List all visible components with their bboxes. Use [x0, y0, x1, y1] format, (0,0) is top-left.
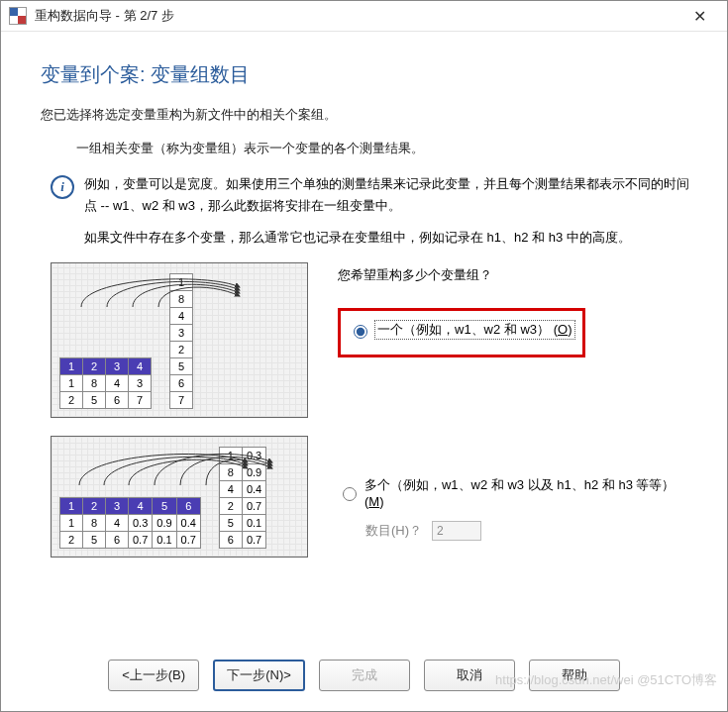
radio-many-groups[interactable]: [343, 487, 357, 501]
back-button[interactable]: <上一步(B): [108, 660, 199, 691]
radio-one-label[interactable]: 一个（例如，w1、w2 和 w3） (O): [375, 321, 574, 339]
illus2-target-table: 10.3 80.9 40.4 20.7 50.1 60.7: [219, 447, 266, 549]
options-column: 您希望重构多少个变量组？ 一个（例如，w1、w2 和 w3） (O) 多个（例如…: [308, 262, 697, 558]
intro-text: 您已选择将选定变量重构为新文件中的相关个案组。: [41, 106, 697, 124]
page-title: 变量到个案: 变量组数目: [41, 61, 697, 88]
count-input: [432, 521, 481, 541]
count-row: 数目(H)？: [365, 521, 697, 541]
subtext-1: 一组相关变量（称为变量组）表示一个变量的各个测量结果。: [76, 138, 697, 159]
app-icon: [9, 7, 27, 25]
info-row: i 例如，变量可以是宽度。如果使用三个单独的测量结果来记录此变量，并且每个测量结…: [51, 173, 697, 249]
window-title: 重构数据向导 - 第 2/7 步: [35, 7, 174, 25]
option-many-row: 多个（例如，w1、w2 和 w3 以及 h1、h2 和 h3 等等） (M): [338, 476, 697, 509]
finish-button: 完成: [319, 660, 410, 691]
titlebar: 重构数据向导 - 第 2/7 步 ✕: [1, 1, 727, 32]
info-text-2: 如果文件中存在多个变量，那么通常它也记录在变量组中，例如记录在 h1、h2 和 …: [84, 227, 697, 249]
radio-one-group[interactable]: [354, 325, 367, 339]
next-button[interactable]: 下一步(N)>: [213, 660, 305, 691]
illus1-source-table: 1 2 3 4 1 8 4 3: [59, 357, 152, 409]
info-text-1: 例如，变量可以是宽度。如果使用三个单独的测量结果来记录此变量，并且每个测量结果都…: [84, 173, 697, 217]
question-text: 您希望重构多少个变量组？: [338, 266, 697, 284]
info-icon: i: [51, 175, 74, 199]
illustrations: 1 2 3 4 1 8 4 3: [51, 262, 308, 558]
option-one-highlight: 一个（例如，w1、w2 和 w3） (O): [338, 308, 585, 357]
radio-many-label[interactable]: 多个（例如，w1、w2 和 w3 以及 h1、h2 和 h3 等等） (M): [364, 476, 697, 509]
wizard-body: 变量到个案: 变量组数目 您已选择将选定变量重构为新文件中的相关个案组。 一组相…: [1, 32, 727, 642]
illustration-two: 1 2 3 4 5 6 1 8 4 0.3: [51, 436, 308, 558]
cancel-button[interactable]: 取消: [424, 660, 515, 691]
illustration-one: 1 2 3 4 1 8 4 3: [51, 262, 308, 418]
count-label: 数目(H)？: [365, 522, 422, 540]
close-button[interactable]: ✕: [679, 7, 719, 26]
illus1-target-table: 1 8 4 3 2 5 6 7: [169, 273, 193, 409]
illus2-source-table: 1 2 3 4 5 6 1 8 4 0.3: [59, 497, 201, 549]
button-bar: <上一步(B) 下一步(N)> 完成 取消 帮助: [1, 642, 727, 711]
wizard-window: 重构数据向导 - 第 2/7 步 ✕ 变量到个案: 变量组数目 您已选择将选定变…: [0, 0, 728, 712]
help-button[interactable]: 帮助: [529, 660, 620, 691]
content-row: 1 2 3 4 1 8 4 3: [31, 262, 697, 558]
